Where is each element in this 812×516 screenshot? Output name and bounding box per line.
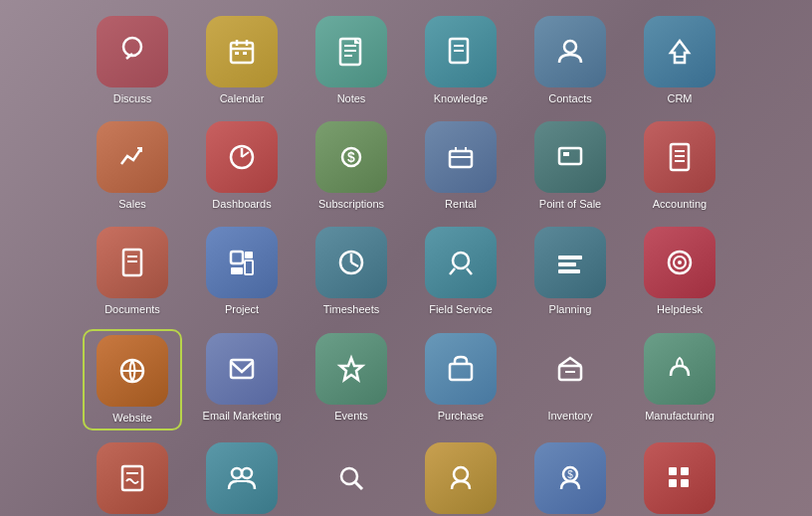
app-item-accounting[interactable]: Accounting bbox=[630, 117, 729, 215]
app-item-recruitment[interactable]: Recruitment bbox=[302, 438, 401, 516]
subscriptions-label: Subscriptions bbox=[318, 198, 384, 211]
sales-label: Sales bbox=[118, 198, 146, 211]
svg-point-59 bbox=[242, 468, 252, 478]
apps-icon bbox=[644, 442, 715, 514]
svg-rect-45 bbox=[558, 269, 580, 273]
pointofsale-label: Point of Sale bbox=[539, 198, 601, 211]
documents-icon bbox=[97, 227, 168, 298]
app-item-documents[interactable]: Documents bbox=[83, 223, 182, 320]
app-item-sales[interactable]: Sales bbox=[83, 117, 182, 215]
contacts-label: Contacts bbox=[548, 92, 591, 105]
svg-point-0 bbox=[123, 38, 141, 56]
sign-icon bbox=[97, 442, 168, 514]
svg-point-40 bbox=[453, 253, 469, 268]
purchase-label: Purchase bbox=[438, 410, 484, 423]
app-item-expenses[interactable]: $Expenses bbox=[520, 438, 620, 516]
discuss-icon bbox=[97, 16, 168, 87]
calendar-label: Calendar bbox=[220, 92, 265, 105]
svg-rect-36 bbox=[245, 260, 253, 274]
app-item-fieldservice[interactable]: Field Service bbox=[411, 223, 510, 320]
app-item-crm[interactable]: CRM bbox=[630, 12, 729, 109]
svg-line-41 bbox=[450, 268, 455, 274]
app-grid: DiscussCalendarNotesKnowledgeContactsCRM… bbox=[63, 12, 749, 516]
svg-rect-51 bbox=[231, 360, 253, 378]
svg-rect-33 bbox=[231, 252, 243, 263]
crm-icon bbox=[644, 16, 715, 87]
sales-icon bbox=[97, 121, 168, 193]
svg-text:$: $ bbox=[347, 149, 355, 165]
expenses-icon: $ bbox=[534, 442, 606, 514]
emailmarketing-icon bbox=[206, 333, 278, 405]
svg-rect-43 bbox=[558, 256, 582, 259]
svg-rect-53 bbox=[450, 364, 472, 380]
app-item-notes[interactable]: Notes bbox=[302, 12, 401, 109]
app-item-project[interactable]: Project bbox=[192, 223, 292, 320]
svg-rect-69 bbox=[681, 479, 689, 487]
app-item-subscriptions[interactable]: $Subscriptions bbox=[302, 117, 401, 215]
svg-rect-5 bbox=[235, 52, 239, 55]
planning-icon bbox=[534, 227, 606, 298]
app-item-calendar[interactable]: Calendar bbox=[192, 12, 292, 109]
timesheets-icon bbox=[315, 227, 387, 298]
app-item-timesheets[interactable]: Timesheets bbox=[302, 223, 401, 320]
accounting-label: Accounting bbox=[653, 198, 707, 211]
svg-rect-34 bbox=[231, 267, 243, 274]
calendar-icon bbox=[206, 16, 278, 87]
svg-rect-24 bbox=[563, 152, 569, 156]
app-item-employees[interactable]: Employees bbox=[192, 438, 292, 516]
notes-label: Notes bbox=[337, 92, 366, 105]
svg-point-14 bbox=[564, 41, 576, 53]
rental-label: Rental bbox=[445, 198, 477, 211]
app-item-dashboards[interactable]: Dashboards bbox=[192, 117, 292, 215]
app-item-helpdesk[interactable]: Helpdesk bbox=[630, 223, 729, 320]
svg-rect-56 bbox=[122, 466, 142, 490]
emailmarketing-label: Email Marketing bbox=[203, 410, 282, 423]
svg-rect-68 bbox=[669, 479, 677, 487]
app-item-inventory[interactable]: Inventory bbox=[520, 329, 620, 430]
app-item-timeoff[interactable]: Time Off bbox=[411, 438, 510, 516]
app-item-discuss[interactable]: Discuss bbox=[83, 12, 182, 109]
accounting-icon bbox=[644, 121, 715, 193]
app-item-purchase[interactable]: Purchase bbox=[411, 329, 510, 430]
app-item-manufacturing[interactable]: Manufacturing bbox=[630, 329, 729, 430]
svg-line-39 bbox=[351, 262, 358, 266]
fieldservice-label: Field Service bbox=[429, 303, 493, 316]
app-item-pointofsale[interactable]: Point of Sale bbox=[520, 117, 620, 215]
dashboards-label: Dashboards bbox=[212, 198, 271, 211]
svg-rect-1 bbox=[231, 43, 253, 63]
svg-rect-66 bbox=[669, 467, 677, 475]
svg-line-42 bbox=[467, 268, 472, 274]
svg-rect-44 bbox=[558, 262, 576, 266]
project-icon bbox=[206, 227, 278, 298]
discuss-label: Discuss bbox=[113, 92, 152, 105]
svg-line-62 bbox=[355, 482, 362, 489]
rental-icon bbox=[425, 121, 497, 193]
app-item-sign[interactable]: Sign bbox=[83, 438, 182, 516]
app-item-rental[interactable]: Rental bbox=[411, 117, 510, 215]
app-item-contacts[interactable]: Contacts bbox=[520, 12, 620, 109]
app-item-apps[interactable]: Apps bbox=[630, 438, 729, 516]
notes-icon bbox=[315, 16, 387, 87]
events-icon bbox=[315, 333, 387, 405]
helpdesk-label: Helpdesk bbox=[657, 303, 703, 316]
manufacturing-label: Manufacturing bbox=[645, 410, 714, 423]
svg-rect-35 bbox=[245, 252, 253, 258]
app-item-knowledge[interactable]: Knowledge bbox=[411, 12, 510, 109]
website-label: Website bbox=[112, 412, 152, 425]
subscriptions-icon: $ bbox=[315, 121, 387, 193]
app-item-events[interactable]: Events bbox=[302, 329, 401, 430]
app-item-emailmarketing[interactable]: Email Marketing bbox=[192, 329, 292, 430]
contacts-icon bbox=[534, 16, 606, 87]
app-item-website[interactable]: Website bbox=[83, 329, 182, 430]
svg-rect-67 bbox=[681, 467, 689, 475]
events-label: Events bbox=[334, 410, 368, 423]
documents-label: Documents bbox=[104, 303, 160, 316]
knowledge-label: Knowledge bbox=[434, 92, 488, 105]
app-item-planning[interactable]: Planning bbox=[520, 223, 620, 320]
project-label: Project bbox=[225, 303, 259, 316]
inventory-icon bbox=[534, 333, 606, 405]
fieldservice-icon bbox=[425, 227, 497, 298]
svg-text:$: $ bbox=[567, 469, 573, 480]
timeoff-icon bbox=[425, 442, 497, 514]
planning-label: Planning bbox=[549, 303, 592, 316]
